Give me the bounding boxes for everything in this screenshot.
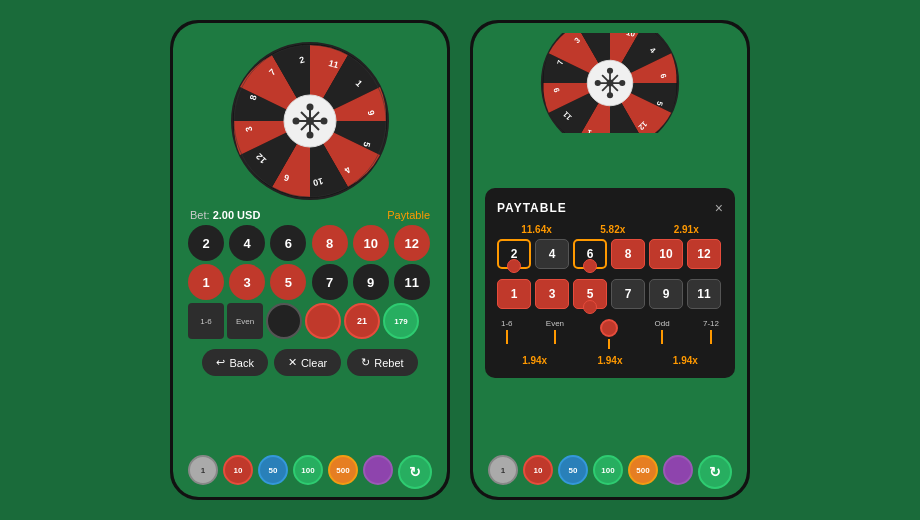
back-button[interactable]: ↩ Back <box>202 349 267 376</box>
pt-num-8[interactable]: 8 <box>611 239 645 269</box>
svg-point-20 <box>307 104 314 111</box>
label-even[interactable]: Even <box>227 303 263 339</box>
action-buttons: ↩ Back ✕ Clear ↻ Rebet <box>202 349 417 376</box>
chip-r-1[interactable]: 1 <box>488 455 518 485</box>
pt-num-5[interactable]: 5 <box>573 279 607 309</box>
pt-num-11[interactable]: 11 <box>687 279 721 309</box>
label-center-chip <box>597 319 621 351</box>
chip-179[interactable]: 179 <box>383 303 419 339</box>
chip-r-50[interactable]: 50 <box>558 455 588 485</box>
connector-7-12 <box>710 330 712 344</box>
paytable-overlay: PAYTABLE × 11.64x 5.82x 2.91x 2 4 <box>485 188 735 378</box>
bet-amount: 2.00 USD <box>213 209 261 221</box>
num-cell-1[interactable]: 1 <box>188 264 224 300</box>
num-cell-11[interactable]: 11 <box>394 264 430 300</box>
pt-num-12[interactable]: 12 <box>687 239 721 269</box>
paytable-multipliers-bottom: 1.94x 1.94x 1.94x <box>497 355 723 366</box>
connector-even <box>554 330 556 344</box>
label-1-6-text: 1-6 <box>501 319 513 328</box>
mult-2: 2.91x <box>674 224 699 235</box>
paytable-link[interactable]: Paytable <box>387 209 430 221</box>
bet-label: Bet: 2.00 USD <box>190 209 260 221</box>
bet-area: Bet: 2.00 USD Paytable 2 4 6 8 10 12 1 <box>188 209 432 345</box>
pt-num-10[interactable]: 10 <box>649 239 683 269</box>
svg-point-43 <box>607 68 613 74</box>
chip-21[interactable]: 21 <box>344 303 380 339</box>
label-odd-text: Odd <box>655 319 670 328</box>
connector-1-6 <box>506 330 508 344</box>
paytable-close-button[interactable]: × <box>715 200 723 216</box>
label-1-6-pt: 1-6 <box>501 319 513 351</box>
chips-bar-right: 1 10 50 100 500 ↻ <box>473 455 747 489</box>
paytable-number-grid-top: 2 4 6 8 10 12 <box>497 239 723 269</box>
pt-chip-2 <box>507 259 521 273</box>
pt-chip-6 <box>583 259 597 273</box>
wheel-container-right: 10 4 6 5 12 2 1 11 9 7 3 8 <box>540 33 680 133</box>
chip-100[interactable]: 100 <box>293 455 323 485</box>
chip-500[interactable]: 500 <box>328 455 358 485</box>
right-phone: 10 4 6 5 12 2 1 11 9 7 3 8 <box>470 20 750 500</box>
label-even-pt: Even <box>546 319 564 351</box>
num-cell-6[interactable]: 6 <box>270 225 306 261</box>
left-phone: 11 1 9 5 4 10 6 12 3 8 7 2 <box>170 20 450 500</box>
mult-5: 5.82x <box>600 224 625 235</box>
svg-point-22 <box>307 132 314 139</box>
pt-num-1[interactable]: 1 <box>497 279 531 309</box>
label-1-6[interactable]: 1-6 <box>188 303 224 339</box>
num-cell-12[interactable]: 12 <box>394 225 430 261</box>
top-number-grid: 2 4 6 8 10 12 <box>188 225 432 261</box>
chip-r-500[interactable]: 500 <box>628 455 658 485</box>
spin-button-right[interactable]: ↻ <box>698 455 732 489</box>
wheel-container-left: 11 1 9 5 4 10 6 12 3 8 7 2 <box>230 41 390 201</box>
num-cell-4[interactable]: 4 <box>229 225 265 261</box>
num-cell-7[interactable]: 7 <box>312 264 348 300</box>
num-cell-2[interactable]: 2 <box>188 225 224 261</box>
connector-odd <box>661 330 663 344</box>
pt-chip-5 <box>583 300 597 314</box>
chip-1[interactable]: 1 <box>188 455 218 485</box>
connector-center <box>608 339 610 349</box>
chip-50[interactable]: 50 <box>258 455 288 485</box>
rebet-button[interactable]: ↻ Rebet <box>347 349 417 376</box>
label-7-12-text: 7-12 <box>703 319 719 328</box>
spin-button[interactable]: ↻ <box>398 455 432 489</box>
pt-num-7[interactable]: 7 <box>611 279 645 309</box>
center-chip <box>600 319 618 337</box>
back-icon: ↩ <box>216 356 225 369</box>
pt-num-2[interactable]: 2 <box>497 239 531 269</box>
pt-num-9[interactable]: 9 <box>649 279 683 309</box>
pt-num-3[interactable]: 3 <box>535 279 569 309</box>
chip-10[interactable]: 10 <box>223 455 253 485</box>
pt-num-4[interactable]: 4 <box>535 239 569 269</box>
svg-point-44 <box>619 80 625 86</box>
mult-1-94-left: 1.94x <box>522 355 547 366</box>
label-7-12-pt: 7-12 <box>703 319 719 351</box>
chip-red-bet[interactable] <box>305 303 341 339</box>
num-cell-8[interactable]: 8 <box>312 225 348 261</box>
svg-point-23 <box>293 118 300 125</box>
label-even-text: Even <box>546 319 564 328</box>
chip-r-100[interactable]: 100 <box>593 455 623 485</box>
mult-11: 11.64x <box>521 224 552 235</box>
special-bets-row: 1-6 Even 21 179 <box>188 303 432 339</box>
num-cell-5[interactable]: 5 <box>270 264 306 300</box>
mult-1-94-right: 1.94x <box>673 355 698 366</box>
paytable-multipliers-top: 11.64x 5.82x 2.91x <box>497 224 723 235</box>
label-odd-pt: Odd <box>655 319 670 351</box>
mult-1-94-center: 1.94x <box>597 355 622 366</box>
svg-point-21 <box>321 118 328 125</box>
chip-r-purple[interactable] <box>663 455 693 485</box>
clear-button[interactable]: ✕ Clear <box>274 349 341 376</box>
num-cell-3[interactable]: 3 <box>229 264 265 300</box>
bottom-number-grid: 1 3 5 7 9 11 <box>188 264 432 300</box>
chip-r-10[interactable]: 10 <box>523 455 553 485</box>
paytable-bottom-labels: 1-6 Even Odd <box>497 319 723 351</box>
pt-num-6[interactable]: 6 <box>573 239 607 269</box>
chip-black-bet[interactable] <box>266 303 302 339</box>
num-cell-10[interactable]: 10 <box>353 225 389 261</box>
svg-point-46 <box>595 80 601 86</box>
rebet-icon: ↻ <box>361 356 370 369</box>
chip-purple[interactable] <box>363 455 393 485</box>
paytable-number-grid-bottom: 1 3 5 7 9 11 <box>497 279 723 309</box>
num-cell-9[interactable]: 9 <box>353 264 389 300</box>
